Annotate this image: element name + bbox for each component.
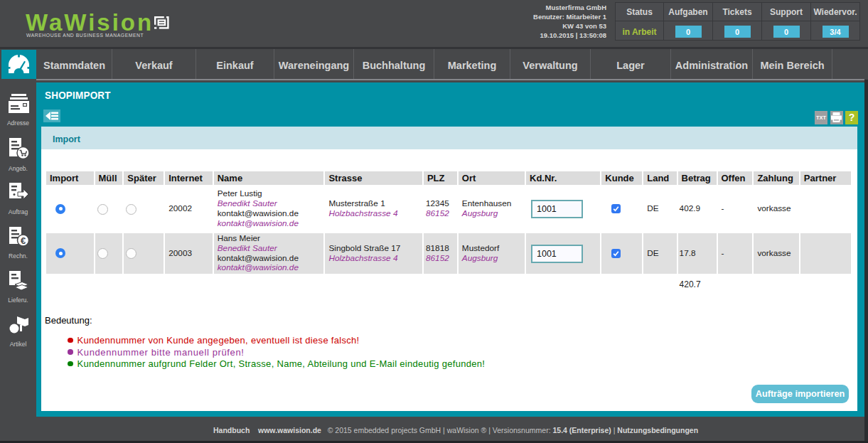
svg-text:€: € — [20, 235, 25, 246]
